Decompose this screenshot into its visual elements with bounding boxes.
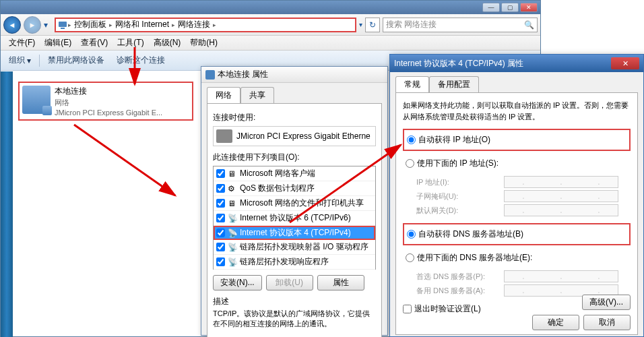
tab-general[interactable]: 常规 <box>395 76 429 92</box>
tab-sharing[interactable]: 共享 <box>240 87 274 103</box>
connection-item[interactable]: 本地连接 网络 JMicron PCI Express Gigabit E... <box>18 82 193 121</box>
description-box: 描述 TCP/IP。该协议是默认的广域网络协议，它提供在不同的相互连接的网络上的… <box>213 296 376 330</box>
list-item[interactable]: 📡Internet 协议版本 6 (TCP/IPv6) <box>214 211 375 226</box>
address-bar-row: ◄ ► ▾ ▸ 控制面板 ▸ 网络和 Internet ▸ 网络连接 ▸ ▾ ↻… <box>1 14 540 36</box>
connection-icon <box>22 86 51 114</box>
tab-strip: 网络 共享 <box>201 83 387 103</box>
dns2-label: 备用 DNS 服务器(A): <box>416 286 504 296</box>
ip-address-label: IP 地址(I): <box>416 177 504 187</box>
dns-manual-group: 使用下面的 DNS 服务器地址(E): <box>403 248 631 268</box>
device-name: JMicron PCI Express Gigabit Etherne <box>236 131 371 141</box>
radio[interactable] <box>406 253 414 262</box>
close-button[interactable]: ✕ <box>611 57 639 69</box>
search-input[interactable]: 搜索 网络连接 🔍 <box>383 18 538 32</box>
dialog-title: Internet 协议版本 4 (TCP/IPv4) 属性 <box>394 58 523 69</box>
checkbox[interactable] <box>216 257 225 266</box>
list-item[interactable]: 📡链路层拓扑发现映射器 I/O 驱动程序 <box>214 240 375 255</box>
diagnose-button[interactable]: 诊断这个连接 <box>112 53 169 67</box>
ok-button[interactable]: 确定 <box>532 315 579 330</box>
separator <box>39 55 40 67</box>
dns1-input[interactable]: ... <box>504 270 618 282</box>
menu-help[interactable]: 帮助(H) <box>186 36 222 50</box>
items-label: 此连接使用下列项目(O): <box>213 152 376 163</box>
uninstall-button[interactable]: 卸载(U) <box>266 275 313 290</box>
tab-alternate[interactable]: 备用配置 <box>429 76 479 92</box>
ipv4-properties-dialog: Internet 协议版本 4 (TCP/IPv4) 属性 ✕ 常规 备用配置 … <box>389 54 644 337</box>
radio[interactable] <box>406 159 414 168</box>
connection-properties-dialog: 本地连接 属性 网络 共享 连接时使用: JMicron PCI Express… <box>201 66 388 336</box>
checkbox[interactable] <box>216 199 225 208</box>
description-label: 描述 <box>213 296 376 307</box>
radio[interactable] <box>407 230 416 239</box>
menubar: 文件(F) 编辑(E) 查看(V) 工具(T) 高级(N) 帮助(H) <box>1 36 540 51</box>
protocol-icon: 📡 <box>228 214 237 223</box>
list-item[interactable]: 🖥Microsoft 网络的文件和打印机共享 <box>214 196 375 211</box>
button-row: 安装(N)... 卸载(U) 属性 <box>213 275 376 290</box>
radio-auto-ip[interactable]: 自动获得 IP 地址(O) <box>407 133 626 147</box>
radio-manual-ip[interactable]: 使用下面的 IP 地址(S): <box>406 156 628 171</box>
disable-device-button[interactable]: 禁用此网络设备 <box>44 53 108 67</box>
menu-tools[interactable]: 工具(T) <box>113 36 148 50</box>
description-text: TCP/IP。该协议是默认的广域网络协议，它提供在不同的相互连接的网络上的通讯。 <box>213 309 376 330</box>
dropdown-icon[interactable]: ▾ <box>359 21 362 28</box>
ip-manual-group: 使用下面的 IP 地址(S): <box>403 154 631 173</box>
connection-type: 网络 <box>55 98 162 108</box>
close-button[interactable]: ✕ <box>520 3 538 12</box>
menu-advanced[interactable]: 高级(N) <box>150 36 185 50</box>
explorer-titlebar: — ▢ ✕ <box>1 1 540 14</box>
back-button[interactable]: ◄ <box>3 16 21 34</box>
checkbox[interactable] <box>216 214 225 222</box>
checkbox[interactable] <box>216 243 225 251</box>
breadcrumb-item[interactable]: 控制面板 <box>71 19 109 30</box>
list-item[interactable]: 🖥Microsoft 网络客户端 <box>214 166 375 181</box>
properties-button[interactable]: 属性 <box>317 275 364 290</box>
checkbox[interactable] <box>216 169 225 178</box>
search-placeholder: 搜索 网络连接 <box>386 19 437 30</box>
radio[interactable] <box>407 135 416 144</box>
list-item[interactable]: 📡链路层拓扑发现响应程序 <box>214 255 375 270</box>
advanced-button[interactable]: 高级(V)... <box>582 295 631 310</box>
dns1-label: 首选 DNS 服务器(P): <box>416 272 504 282</box>
radio-manual-dns[interactable]: 使用下面的 DNS 服务器地址(E): <box>406 251 628 265</box>
sidebar-decoration <box>1 71 13 337</box>
menu-edit[interactable]: 编辑(E) <box>40 36 75 50</box>
cancel-button[interactable]: 取消 <box>583 315 631 330</box>
minimize-button[interactable]: — <box>482 3 500 12</box>
service-icon: ⚙ <box>228 184 237 193</box>
list-item-ipv4[interactable]: 📡Internet 协议版本 4 (TCP/IPv4) <box>214 226 375 240</box>
checkbox[interactable] <box>216 184 225 193</box>
checkbox[interactable] <box>403 305 412 313</box>
ip-fields: IP 地址(I):... 子网掩码(U):... 默认网关(D):... <box>416 176 631 216</box>
organize-button[interactable]: 组织 ▾ <box>5 53 35 67</box>
search-icon: 🔍 <box>524 20 534 30</box>
svg-rect-1 <box>61 28 65 29</box>
refresh-button[interactable]: ↻ <box>365 18 380 32</box>
protocol-list: 🖥Microsoft 网络客户端 ⚙QoS 数据包计划程序 🖥Microsoft… <box>213 166 376 270</box>
install-button[interactable]: 安装(N)... <box>213 275 262 290</box>
breadcrumb-item[interactable]: 网络和 Internet <box>112 19 172 30</box>
tab-body: 连接时使用: JMicron PCI Express Gigabit Ether… <box>207 103 382 337</box>
maximize-button[interactable]: ▢ <box>501 3 519 12</box>
ok-cancel-row: 确定 取消 <box>532 315 631 330</box>
protocol-icon: 📡 <box>228 228 237 238</box>
gateway-input[interactable]: ... <box>504 204 618 216</box>
tab-body: 如果网络支持此功能，则可以获取自动指派的 IP 设置。否则，您需要从网络系统管理… <box>395 92 638 335</box>
checkbox[interactable] <box>216 228 225 237</box>
protocol-icon: 📡 <box>228 243 237 252</box>
ip-address-input[interactable]: ... <box>504 176 618 188</box>
dialog-titlebar: Internet 协议版本 4 (TCP/IPv4) 属性 ✕ <box>390 55 643 72</box>
breadcrumb[interactable]: ▸ 控制面板 ▸ 网络和 Internet ▸ 网络连接 ▸ <box>55 18 356 32</box>
radio-auto-dns[interactable]: 自动获得 DNS 服务器地址(B) <box>407 227 626 241</box>
subnet-mask-input[interactable]: ... <box>504 190 618 202</box>
dialog-title: 本地连接 属性 <box>218 69 268 80</box>
menu-view[interactable]: 查看(V) <box>77 36 112 50</box>
client-icon: 🖥 <box>228 169 237 179</box>
tab-network[interactable]: 网络 <box>207 87 240 103</box>
dns-fields: 首选 DNS 服务器(P):... 备用 DNS 服务器(A):... <box>416 270 631 297</box>
history-dropdown[interactable]: ▾ <box>44 20 52 30</box>
dialog-titlebar: 本地连接 属性 <box>201 67 387 83</box>
list-item[interactable]: ⚙QoS 数据包计划程序 <box>214 181 375 196</box>
breadcrumb-item[interactable]: 网络连接 <box>175 19 213 30</box>
menu-file[interactable]: 文件(F) <box>5 36 39 50</box>
forward-button[interactable]: ► <box>24 16 41 34</box>
